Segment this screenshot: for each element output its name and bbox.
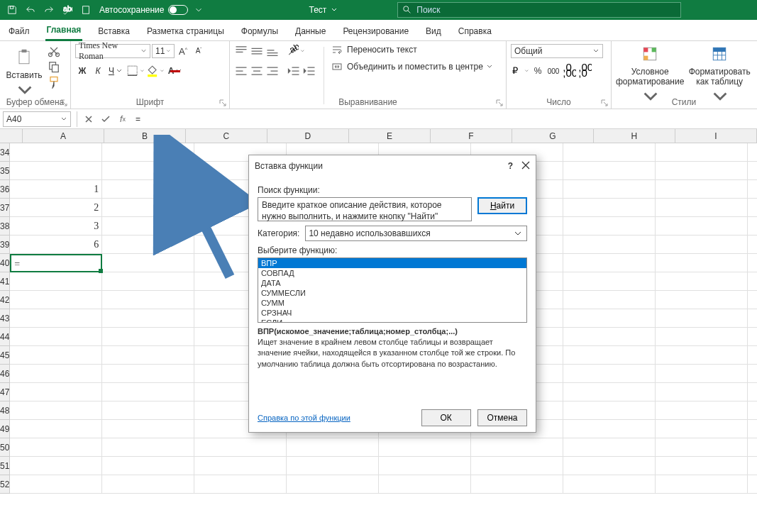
category-combo[interactable]: 10 недавно использовавшихся	[305, 226, 527, 241]
cell[interactable]	[10, 457, 102, 475]
cell[interactable]	[748, 475, 757, 494]
font-color-icon[interactable]: A	[166, 64, 184, 78]
cell[interactable]	[563, 383, 656, 401]
cell[interactable]	[102, 383, 194, 401]
column-header[interactable]: C	[186, 129, 267, 143]
cell[interactable]	[102, 217, 194, 235]
cell[interactable]	[748, 235, 757, 254]
confirm-formula-icon[interactable]	[97, 111, 114, 127]
cell[interactable]	[563, 217, 656, 235]
tab-файл[interactable]: Файл	[7, 22, 31, 40]
document-title[interactable]: Тест	[309, 5, 338, 15]
cell[interactable]	[563, 162, 656, 180]
dialog-launcher-icon[interactable]	[60, 99, 67, 106]
cell[interactable]	[748, 328, 757, 346]
find-button[interactable]: Найти	[477, 197, 527, 214]
undo-icon[interactable]	[23, 2, 38, 18]
cell[interactable]	[656, 199, 748, 217]
autosave-toggle[interactable]: Автосохранение	[99, 5, 188, 15]
cell[interactable]	[102, 272, 194, 291]
wrap-text-button[interactable]: Переносить текст	[331, 44, 493, 55]
cell[interactable]	[656, 180, 748, 199]
help-icon[interactable]: ?	[508, 161, 513, 172]
cell[interactable]	[748, 420, 757, 438]
save-icon[interactable]	[4, 2, 20, 18]
cell[interactable]	[10, 401, 102, 420]
cell[interactable]	[656, 328, 748, 346]
column-header[interactable]: G	[512, 129, 594, 143]
cell[interactable]	[563, 328, 656, 346]
function-help-link[interactable]: Справка по этой функции	[258, 414, 350, 422]
cell[interactable]	[287, 457, 379, 475]
cell[interactable]	[656, 291, 748, 309]
select-all-corner[interactable]	[0, 129, 23, 143]
cell[interactable]	[102, 328, 194, 346]
cell[interactable]: 3	[10, 217, 102, 235]
align-bottom-icon[interactable]	[265, 44, 280, 58]
cell[interactable]	[563, 475, 656, 494]
comma-style-icon[interactable]: 000	[546, 64, 560, 78]
row-header[interactable]: 47	[0, 383, 10, 401]
cell[interactable]	[563, 272, 656, 291]
cancel-button[interactable]: Отмена	[477, 409, 527, 426]
cell[interactable]	[287, 438, 379, 457]
cell[interactable]	[563, 143, 656, 162]
cell[interactable]	[563, 199, 656, 217]
cell[interactable]	[10, 365, 102, 383]
merge-center-button[interactable]: Объединить и поместить в центре	[331, 61, 493, 72]
cell[interactable]	[656, 346, 748, 365]
row-header[interactable]: 52	[0, 475, 10, 494]
row-header[interactable]: 42	[0, 291, 10, 309]
cell[interactable]	[748, 162, 757, 180]
row-header[interactable]: 37	[0, 199, 10, 217]
cell[interactable]	[194, 438, 287, 457]
cell[interactable]: 2	[10, 199, 102, 217]
cell[interactable]	[102, 162, 194, 180]
underline-button[interactable]: Ч	[106, 64, 125, 78]
row-header[interactable]: 39	[0, 235, 10, 254]
cell[interactable]	[287, 475, 379, 494]
cancel-formula-icon[interactable]	[80, 111, 97, 127]
cell[interactable]	[656, 383, 748, 401]
increase-font-icon[interactable]: A^	[176, 44, 190, 58]
redo-icon[interactable]	[41, 2, 57, 18]
cell[interactable]	[10, 438, 102, 457]
cell[interactable]	[102, 401, 194, 420]
cell[interactable]	[563, 401, 656, 420]
row-header[interactable]: 40	[0, 254, 10, 272]
row-header[interactable]: 44	[0, 328, 10, 346]
percent-icon[interactable]: %	[531, 64, 545, 78]
decrease-font-icon[interactable]: Aˇ	[192, 44, 206, 58]
cell[interactable]	[748, 143, 757, 162]
cell[interactable]	[102, 457, 194, 475]
cell[interactable]	[10, 346, 102, 365]
row-header[interactable]: 34	[0, 143, 10, 162]
row-header[interactable]: 50	[0, 438, 10, 457]
row-header[interactable]: 38	[0, 217, 10, 235]
cell[interactable]	[656, 162, 748, 180]
cell[interactable]	[656, 217, 748, 235]
cell[interactable]: =	[10, 254, 102, 272]
cell[interactable]	[102, 254, 194, 272]
cell[interactable]	[10, 309, 102, 328]
cell[interactable]	[748, 309, 757, 328]
column-header[interactable]: D	[267, 129, 349, 143]
cell[interactable]	[10, 328, 102, 346]
align-left-icon[interactable]	[234, 64, 248, 78]
cell[interactable]	[102, 180, 194, 199]
cell[interactable]	[102, 309, 194, 328]
cell[interactable]	[563, 365, 656, 383]
cell[interactable]	[102, 346, 194, 365]
dialog-launcher-icon[interactable]	[601, 99, 608, 106]
font-size-combo[interactable]: 11	[152, 44, 175, 58]
cell[interactable]	[10, 475, 102, 494]
cell[interactable]	[748, 199, 757, 217]
column-header[interactable]: E	[349, 129, 431, 143]
touch-mode-icon[interactable]	[78, 2, 94, 18]
qat-dropdown-icon[interactable]	[191, 2, 206, 18]
number-format-combo[interactable]: Общий	[511, 44, 603, 58]
cell[interactable]	[748, 346, 757, 365]
ok-button[interactable]: ОК	[421, 409, 471, 426]
tab-главная[interactable]: Главная	[45, 21, 83, 41]
cell[interactable]	[656, 420, 748, 438]
